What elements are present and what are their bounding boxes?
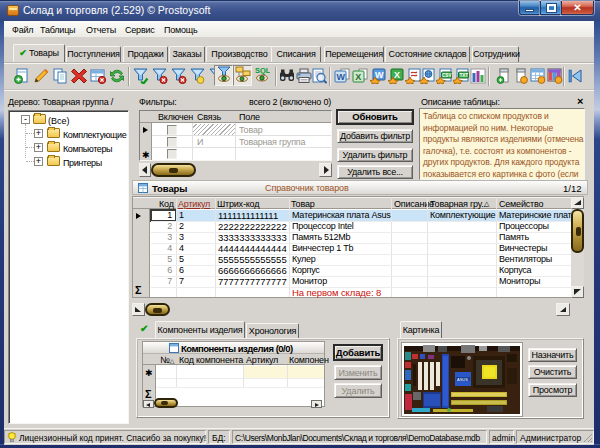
svg-text:CSV: CSV — [442, 73, 452, 78]
svg-text:TXT: TXT — [459, 73, 468, 78]
svg-text:X: X — [355, 72, 361, 82]
svg-text:ASUS: ASUS — [457, 377, 468, 382]
svg-text:X: X — [394, 70, 400, 80]
svg-text:W: W — [337, 72, 346, 82]
svg-text:SQL: SQL — [255, 66, 270, 75]
